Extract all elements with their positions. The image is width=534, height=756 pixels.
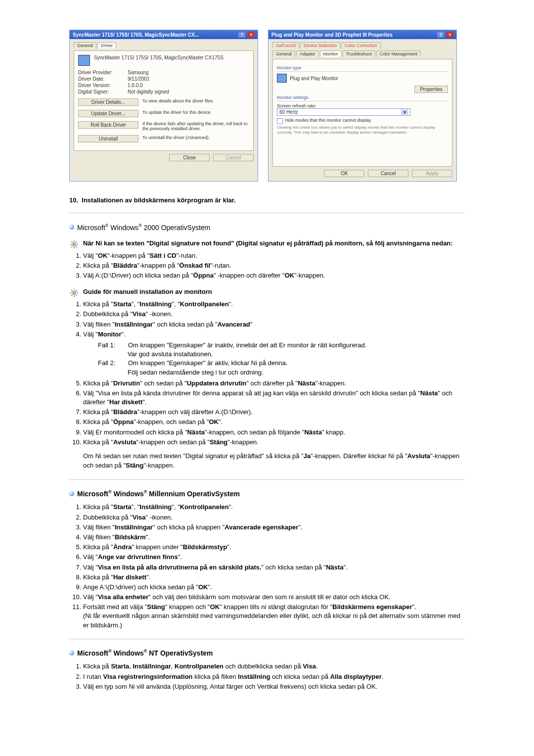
list-item: Dubbelklicka på "Visa" -ikonen.: [83, 513, 465, 522]
date-value: 9/11/2001: [128, 76, 150, 82]
tab-color-correction[interactable]: Color Correction: [341, 42, 381, 48]
ok-button[interactable]: OK: [324, 170, 364, 177]
update-driver-button[interactable]: Update Driver...: [78, 110, 138, 117]
svg-line-8: [76, 241, 77, 243]
svg-point-9: [72, 291, 76, 295]
signer-label: Digital Signer:: [78, 89, 123, 94]
refresh-rate-select[interactable]: 60 Hertz ▾: [277, 108, 410, 116]
list-item: Välj A:(D:\Driver) och klicka sedan på "…: [83, 271, 465, 280]
list-item: Välj "Visa alla enheter" och välj den bi…: [83, 593, 465, 602]
version-value: 1.0.0.0: [128, 83, 143, 88]
tab-troubleshoot[interactable]: Troubleshoot: [343, 50, 375, 57]
cancel-button[interactable]: Cancel: [368, 170, 408, 177]
svg-line-7: [71, 246, 73, 247]
tab-general[interactable]: General: [74, 42, 96, 48]
fall2-sub: Följ sedan nedanstående steg i tur och o…: [128, 368, 465, 377]
monitor-type-label: Monitor type: [277, 65, 448, 70]
tab-general[interactable]: General: [272, 50, 295, 57]
svg-line-6: [76, 246, 77, 247]
date-label: Driver Date:: [78, 76, 123, 82]
list-item: Välj "Ange var drivrutinen finns".: [83, 553, 465, 562]
os-me-text: Microsoft® Windows® Millennium OperativS…: [77, 490, 240, 498]
provider-value: Samsung: [128, 70, 148, 75]
bullet-icon: [69, 651, 74, 656]
digital-signature-text: När Ni kan se texten "Digital signature …: [83, 239, 453, 247]
tab-monitor[interactable]: Monitor: [320, 50, 342, 57]
fall1-sub: Var god avsluta installationen.: [128, 350, 465, 359]
svg-line-5: [71, 241, 73, 243]
close-icon[interactable]: ×: [248, 32, 255, 38]
svg-line-14: [71, 290, 73, 291]
svg-point-0: [72, 242, 76, 246]
driver-details-button[interactable]: Driver Details...: [78, 98, 138, 106]
provider-label: Driver Provider:: [78, 70, 123, 75]
tab-device-selection[interactable]: Device Selection: [300, 42, 340, 48]
dialog-titlebar: Plug and Play Monitor and 3D Prophet III…: [268, 30, 456, 39]
tab-adapter[interactable]: Adapter: [296, 50, 319, 57]
monitor-name: Plug and Play Monitor: [290, 76, 338, 81]
list-item: Välj "OK"-knappen på "Sätt i CD"-rutan.: [83, 251, 465, 260]
bullet-icon: [69, 225, 74, 230]
fall1-label: Fall 1:: [98, 341, 125, 350]
update-driver-desc: To update the driver for this device.: [142, 110, 249, 115]
fall2-label: Fall 2:: [98, 359, 125, 368]
uninstall-button[interactable]: Uninstall: [78, 135, 138, 142]
tab-color-management[interactable]: Color Management: [376, 50, 421, 57]
hide-modes-label: Hide modes that this monitor cannot disp…: [285, 118, 371, 123]
refresh-rate-value: 60 Hertz: [279, 109, 298, 115]
close-button[interactable]: Close: [169, 154, 210, 161]
dialog-titlebar: SyncMaster 171S/ 175S/ 170S, MagicSyncMa…: [70, 30, 258, 39]
list-item: Dubbelklicka på "Visa" -ikonen.: [83, 310, 465, 319]
list-item: Klicka på "Bläddra"-knappen på "Önskad f…: [83, 261, 465, 270]
list-item: Välj "Monitor".Fall 1:Om knappen "Egensk…: [83, 330, 465, 377]
list-item: Klicka på "Ändra" knappen under "Bildskä…: [83, 543, 465, 552]
dialog-title: SyncMaster 171S/ 175S/ 170S, MagicSyncMa…: [73, 32, 199, 38]
step-10: 10. Installationen av bildskärmens körpr…: [69, 196, 465, 204]
divider: [69, 213, 465, 213]
close-icon[interactable]: ×: [446, 32, 453, 38]
list-item: Fortsätt med att välja "Stäng" knappen o…: [83, 603, 465, 630]
help-icon[interactable]: ?: [238, 32, 245, 38]
list-item: Ange A:\(D:\driver) och klicka sedan på …: [83, 583, 465, 592]
list-item: Välj "Visa en lista på alla drivrutinern…: [83, 563, 465, 572]
monitor-settings-label: Monitor settings: [277, 95, 448, 100]
fall1-text: Om knappen "Egenskaper" är inaktiv, inne…: [128, 341, 366, 350]
gear-icon: [69, 288, 79, 298]
me-steps: Klicka på "Starta", "Inställning", "Kont…: [69, 503, 465, 629]
hide-modes-checkbox[interactable]: [277, 118, 283, 124]
list-item: Välj fliken "Inställningar" och klicka s…: [83, 320, 465, 329]
manual-guide-steps: Klicka på "Starta", "Inställning", "Kont…: [69, 300, 465, 447]
rollback-driver-button[interactable]: Roll Back Driver: [78, 121, 138, 129]
apply-button: Apply: [412, 170, 452, 177]
list-item: Klicka på "Har diskett".: [83, 573, 465, 582]
digital-signature-steps: Välj "OK"-knappen på "Sätt i CD"-rutan.K…: [69, 251, 465, 281]
chevron-down-icon: ▾: [401, 109, 408, 115]
list-item: Välj "Visa en lista på kända drivrutiner…: [83, 389, 465, 407]
os-nt-text: Microsoft® Windows® NT OperativSystem: [77, 649, 213, 657]
titlebar-icons: ? ×: [237, 32, 255, 38]
help-icon[interactable]: ?: [437, 32, 444, 38]
list-item: Klicka på Starta, Inställningar, Kontrol…: [83, 662, 465, 671]
bullet-icon: [69, 491, 74, 496]
tab-driver[interactable]: Driver: [97, 42, 116, 48]
monitor-icon: [277, 74, 287, 83]
uninstall-desc: To uninstall the driver (Advanced).: [142, 135, 249, 140]
step-10-text: Installationen av bildskärmens körprogra…: [82, 196, 235, 204]
list-item: Klicka på "Starta", "Inställning", "Kont…: [83, 503, 465, 512]
svg-line-17: [76, 290, 77, 291]
manual-guide-tail: Om Ni sedan ser rutan med texten "Digita…: [83, 452, 465, 471]
tab-geforce3[interactable]: GeForce3: [272, 42, 299, 48]
list-item: Klicka på "Öppna"-knappen, och sedan på …: [83, 418, 465, 426]
monitor-icon: [78, 55, 90, 66]
nt-steps: Klicka på Starta, Inställningar, Kontrol…: [69, 662, 465, 691]
step-10-number: 10.: [69, 196, 78, 204]
fall2-text: Om knappen "Egenskaper" är aktiv, klicka…: [128, 359, 288, 368]
divider: [69, 639, 465, 639]
refresh-rate-label: Screen refresh rate:: [277, 103, 448, 108]
list-item: Välj fliken "Bildskärm".: [83, 533, 465, 542]
list-item: Välj en typ som Ni vill använda (Upplösn…: [83, 682, 465, 691]
properties-button[interactable]: Properties: [414, 86, 448, 93]
titlebar-icons: ? ×: [436, 32, 453, 38]
os-me-heading: Microsoft® Windows® Millennium OperativS…: [69, 490, 465, 498]
dialog-title: Plug and Play Monitor and 3D Prophet III…: [271, 32, 393, 38]
